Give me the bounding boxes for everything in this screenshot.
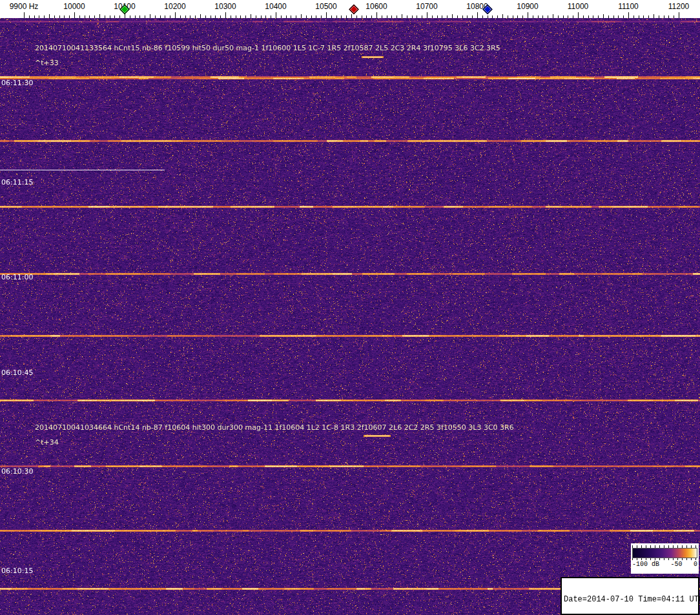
freq-tick-label: 11000 <box>568 2 588 11</box>
freq-tick <box>427 12 427 18</box>
freq-tick-label: 9900 Hz <box>10 2 39 11</box>
frequency-ruler[interactable]: 9900 Hz100001010010200103001040010500106… <box>0 0 700 18</box>
freq-tick <box>24 12 25 18</box>
freq-tick-label: 10400 <box>265 2 286 11</box>
freq-tick-label: 10900 <box>517 2 538 11</box>
freq-tick <box>225 12 226 18</box>
freq-tick <box>74 12 75 18</box>
scalebar-labels: -100 dB -50 0 <box>632 561 697 568</box>
scalebar-label-max: 0 <box>694 561 697 568</box>
waterfall-display[interactable] <box>0 18 700 615</box>
freq-tick-label: 11200 <box>668 2 689 11</box>
freq-tick-label: 10600 <box>365 2 387 11</box>
intensity-scalebar: -100 dB -50 0 <box>631 543 699 574</box>
scalebar-gradient <box>632 548 697 558</box>
marker-red-icon[interactable] <box>349 5 359 15</box>
freq-tick-label: 10500 <box>315 2 336 11</box>
info-box: Date=2014-07-10 Time=04:11 UTC Freq=143 … <box>561 577 699 615</box>
freq-tick <box>578 12 579 18</box>
freq-tick-label: 10200 <box>164 2 185 11</box>
freq-tick <box>175 12 176 18</box>
freq-tick <box>276 12 276 18</box>
freq-tick <box>326 12 327 18</box>
info-line-date: Date=2014-07-10 Time=04:11 UTC <box>564 596 696 604</box>
freq-tick <box>376 12 377 18</box>
freq-tick <box>528 12 528 18</box>
freq-tick-label: 10300 <box>214 2 236 11</box>
freq-tick-label: 11100 <box>618 2 639 11</box>
freq-tick-label: 10700 <box>416 2 437 11</box>
freq-tick <box>679 12 679 18</box>
scalebar-ticks-bottom <box>632 558 697 560</box>
spectrogram-window: 9900 Hz100001010010200103001040010500106… <box>0 0 700 615</box>
freq-tick-label: 10000 <box>63 2 85 11</box>
scalebar-label-mid: -50 <box>670 561 682 568</box>
freq-tick <box>477 12 478 18</box>
scalebar-label-min: -100 dB <box>632 561 659 568</box>
freq-tick <box>628 12 629 18</box>
